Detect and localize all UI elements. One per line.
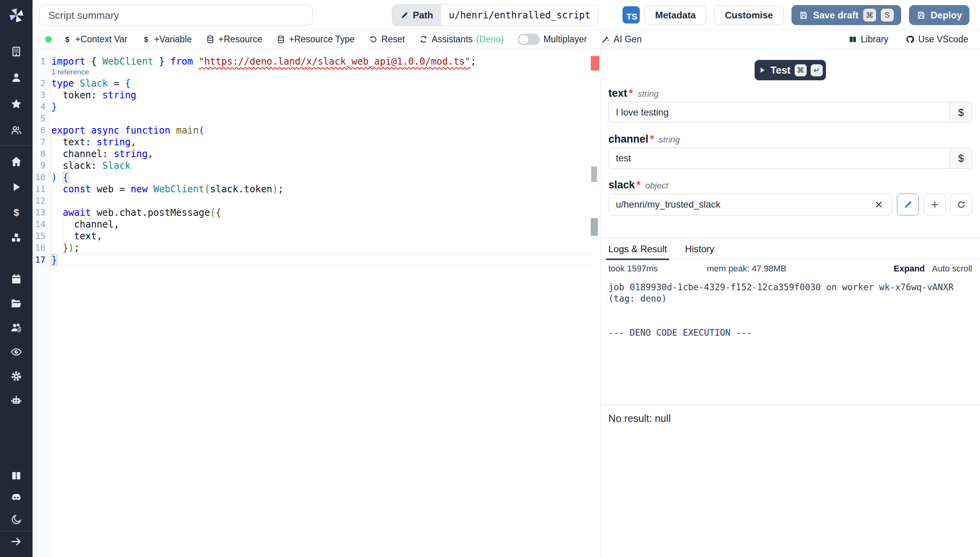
kbd-s: S (881, 9, 894, 22)
code-line-12[interactable]: 12 (33, 195, 590, 207)
code-line-8[interactable]: 8 channel: string, (33, 148, 590, 160)
sidebar-item-robot[interactable] (0, 389, 33, 411)
insert-variable-button[interactable]: $ (950, 148, 972, 168)
arguments-form: text* string $ channel* string $ (601, 87, 980, 215)
refresh-resource-button[interactable] (950, 194, 972, 215)
sidebar-item-gear[interactable] (0, 365, 33, 387)
windmill-pinwheel-icon (8, 7, 25, 24)
insert-variable-button[interactable]: $ (950, 102, 972, 123)
text-arg-input[interactable] (608, 102, 972, 123)
toolbar-resource[interactable]: +Resource (206, 34, 262, 45)
field-label-text: text* string (608, 87, 972, 99)
sidebar-item-folder[interactable] (0, 292, 33, 314)
toolbar-label: Multiplayer (543, 34, 587, 45)
line-number: 11 (33, 183, 51, 195)
sidebar-item-star[interactable] (0, 93, 33, 115)
toolbar-library[interactable]: Library (848, 34, 888, 45)
code-line-17[interactable]: 17} (33, 254, 590, 266)
metadata-label: Metadata (655, 10, 696, 21)
sidebar-item-dollar[interactable]: $ (0, 201, 33, 223)
expand-button[interactable]: Expand (894, 264, 925, 274)
code-line-9[interactable]: 9 slack: Slack (33, 160, 590, 172)
pencil-icon (903, 200, 913, 210)
autoscroll-toggle[interactable]: Auto scroll (932, 264, 972, 274)
code-line-10[interactable]: 10) { (33, 172, 590, 183)
sidebar-item-play[interactable] (0, 176, 33, 198)
sidebar-item-home[interactable] (0, 150, 33, 172)
code-line-7[interactable]: 7 text: string, (33, 136, 590, 148)
edit-path-button[interactable]: Path (392, 5, 441, 25)
metadata-button[interactable]: Metadata (644, 5, 706, 25)
indent-guide (51, 89, 52, 101)
codelens-references[interactable]: 1 reference (51, 67, 89, 78)
toolbar-use-vscode[interactable]: Use VScode (906, 34, 968, 45)
code-line-13[interactable]: 13 await web.chat.postMessage({ (33, 207, 590, 219)
edit-resource-button[interactable] (897, 194, 919, 215)
sidebar-item-book[interactable] (0, 465, 33, 486)
code-line-16[interactable]: 16 }); (33, 242, 590, 254)
code-line-3[interactable]: 3 token: string (33, 89, 590, 101)
overview-error-marker (591, 56, 599, 71)
code-line-2[interactable]: 2type Slack = { (33, 78, 590, 89)
line-number: 13 (33, 207, 51, 219)
sidebar-item-moon[interactable] (0, 509, 33, 530)
sidebar-item-discord[interactable] (0, 487, 33, 508)
sidebar-item-building[interactable] (0, 40, 33, 62)
toolbar-multiplayer[interactable]: Multiplayer (518, 34, 587, 45)
tab-history[interactable]: History (685, 244, 714, 259)
toolbar-resource-type[interactable]: +Resource Type (276, 34, 355, 45)
channel-arg-input[interactable] (608, 148, 972, 169)
code-text: } (51, 254, 57, 265)
path-value[interactable]: u/henri/enthralled_script (441, 5, 598, 25)
line-number: 9 (33, 160, 51, 172)
sidebar-item-cubes[interactable] (0, 227, 33, 249)
toolbar-reset[interactable]: Reset (369, 34, 405, 45)
code-line-14[interactable]: 14 channel, (33, 219, 590, 230)
book-icon (10, 470, 22, 482)
code-line-4[interactable]: 4} (33, 101, 590, 113)
code-text: token: string (51, 89, 136, 101)
editor-scrollbar[interactable] (591, 218, 598, 236)
clear-resource-button[interactable] (873, 199, 885, 210)
wand-icon (601, 35, 610, 44)
code-line-5[interactable]: 5 (33, 113, 590, 125)
add-resource-button[interactable] (924, 194, 946, 215)
code-line-15[interactable]: 15 text, (33, 230, 590, 242)
customise-button[interactable]: Customise (714, 5, 784, 25)
windmill-logo[interactable] (0, 0, 33, 30)
code-line-6[interactable]: 6export async function main( (33, 125, 590, 136)
folder-icon (10, 297, 22, 309)
indent-guide (51, 207, 52, 219)
deploy-button[interactable]: Deploy (909, 5, 969, 25)
sidebar-item-eye[interactable] (0, 341, 33, 363)
toolbar-assistants[interactable]: Assistants(Deno) (419, 34, 504, 45)
refresh-icon (419, 35, 428, 44)
code-line-1[interactable]: 1import { WebClient } from "https://deno… (33, 56, 590, 67)
code-text: text: string, (51, 136, 136, 148)
database-icon (206, 35, 215, 44)
arrow-right-icon (10, 535, 22, 548)
toolbar-variable[interactable]: $+Variable (142, 34, 192, 45)
moon-icon (10, 514, 22, 526)
sidebar-item-user-group-gear[interactable] (0, 316, 33, 338)
save-draft-button[interactable]: Save draft ⌘ S (791, 5, 901, 25)
kbd-cmd: ⌘ (863, 9, 876, 22)
sidebar-item-user[interactable] (0, 67, 33, 89)
line-number: 7 (33, 136, 51, 148)
toolbar-ai-gen[interactable]: AI Gen (601, 34, 642, 45)
sidebar-item-calendar[interactable] (0, 268, 33, 290)
tab-logs-result[interactable]: Logs & Result (608, 244, 667, 259)
script-summary-input[interactable] (39, 5, 313, 26)
multiplayer-toggle[interactable] (518, 34, 540, 45)
slack-resource-picker[interactable]: u/henri/my_trusted_slack (608, 194, 892, 215)
sidebar-item-arrow-right[interactable] (0, 531, 33, 552)
toolbar-context-var[interactable]: $+Context Var (63, 34, 127, 45)
database-icon (276, 35, 285, 44)
save-icon (799, 11, 808, 20)
code-line-11[interactable]: 11 const web = new WebClient(slack.token… (33, 183, 590, 195)
line-number: 14 (33, 219, 51, 230)
result-text: No result: null (608, 412, 671, 424)
code-editor[interactable]: 1import { WebClient } from "https://deno… (33, 49, 601, 557)
sidebar-item-users[interactable] (0, 119, 33, 141)
test-button[interactable]: Test ⌘ ↵ (755, 60, 826, 80)
